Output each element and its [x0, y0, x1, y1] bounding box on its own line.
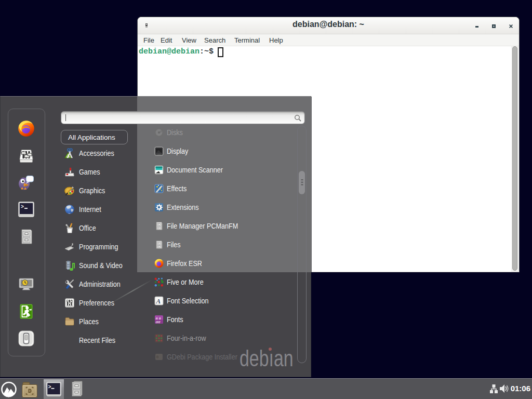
svg-text:A: A	[156, 297, 161, 305]
svg-text:>: >	[48, 384, 51, 390]
svg-text:>: >	[21, 204, 24, 210]
svg-text:aα: aα	[156, 319, 161, 324]
